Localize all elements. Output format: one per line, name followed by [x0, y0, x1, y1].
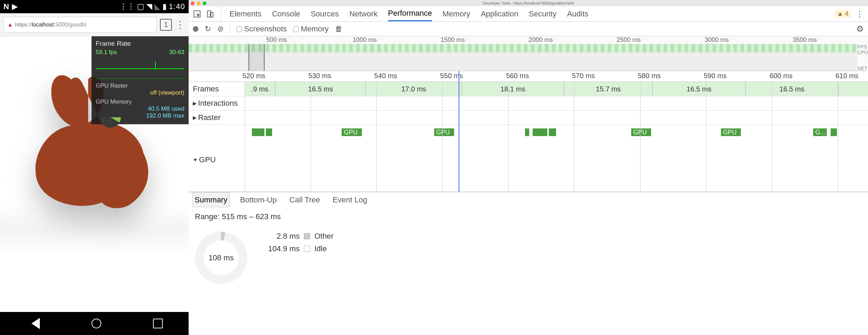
- devtools-tabbar: ElementsConsoleSourcesNetworkPerformance…: [189, 6, 868, 22]
- legend-row: 104.9 msIdle: [261, 244, 334, 253]
- time-ruler: 520 ms530 ms540 ms550 ms560 ms570 ms580 …: [189, 71, 868, 82]
- ruler-tick: 540 ms: [374, 72, 397, 80]
- gpu-block[interactable]: [525, 128, 529, 136]
- frame-segment[interactable]: .9 ms: [245, 82, 276, 96]
- frames-section: Frames .9 ms16.5 ms17.0 ms18.1 ms15.7 ms…: [189, 82, 868, 96]
- overview-tick: 3500 ms: [793, 36, 817, 44]
- vibrate-icon: ▢: [137, 2, 144, 11]
- detail-tab-event-log[interactable]: Event Log: [330, 192, 370, 207]
- android-statusbar: N ▶ ⋮⋮ ▢ ◥ ◣ ▮ 1:40: [0, 0, 189, 13]
- tab-sources[interactable]: Sources: [311, 6, 339, 21]
- gpu-section[interactable]: ▼GPU GPUGPUGPUGPUG...: [189, 125, 868, 192]
- gpu-block[interactable]: [533, 128, 548, 136]
- flamechart[interactable]: 520 ms530 ms540 ms550 ms560 ms570 ms580 …: [189, 71, 868, 192]
- legend-row: 2.8 msOther: [261, 232, 334, 241]
- home-button[interactable]: [92, 319, 101, 328]
- tab-memory[interactable]: Memory: [443, 6, 470, 21]
- devtools-menu-icon[interactable]: ⋮: [855, 9, 864, 19]
- overview-selection[interactable]: [248, 44, 265, 71]
- gpu-block[interactable]: [831, 128, 837, 136]
- gpu-track[interactable]: GPUGPUGPUGPUG...: [245, 125, 868, 192]
- lane-fps: FPS: [858, 44, 868, 50]
- gpu-mem-max: 192.0 MB max: [146, 112, 184, 119]
- raster-section[interactable]: ▶Raster: [189, 110, 868, 125]
- summary-panel: Range: 515 ms – 623 ms 108 ms 2.8 msOthe…: [189, 207, 868, 289]
- ruler-tick: 580 ms: [638, 72, 661, 80]
- minimize-window-icon[interactable]: [197, 1, 200, 5]
- frames-track[interactable]: .9 ms16.5 ms17.0 ms18.1 ms15.7 ms16.5 ms…: [245, 82, 868, 96]
- playhead[interactable]: [459, 71, 459, 192]
- zoom-window-icon[interactable]: [203, 1, 206, 5]
- clear-button[interactable]: ⊘: [217, 24, 224, 34]
- range-text: Range: 515 ms – 623 ms: [195, 212, 862, 221]
- ruler-tick: 550 ms: [440, 72, 463, 80]
- detail-tab-call-tree[interactable]: Call Tree: [287, 192, 322, 207]
- gpu-memory-label: GPU Memory: [96, 98, 132, 105]
- screenshots-checkbox[interactable]: Screenshots: [236, 24, 287, 34]
- memory-checkbox[interactable]: Memory: [293, 24, 328, 34]
- page-viewport: Frame Rate 59.1 fps 30-63 GPU Raster off…: [0, 36, 189, 312]
- detail-tab-summary[interactable]: Summary: [192, 192, 230, 207]
- android-navbar: [0, 312, 189, 335]
- devtools-window: Developer Tools - https://localhost:5000…: [189, 0, 868, 335]
- ruler-tick: 590 ms: [704, 72, 727, 80]
- gpu-block[interactable]: [266, 128, 272, 136]
- tab-switcher[interactable]: 1: [160, 19, 172, 31]
- detail-tab-bottom-up[interactable]: Bottom-Up: [238, 192, 279, 207]
- gpu-block[interactable]: G...: [813, 128, 827, 136]
- tab-network[interactable]: Network: [349, 6, 378, 21]
- window-titlebar: Developer Tools - https://localhost:5000…: [189, 0, 868, 6]
- gpu-raster-label: GPU Raster: [96, 82, 128, 89]
- tab-console[interactable]: Console: [272, 6, 300, 21]
- gpu-block[interactable]: GPU: [434, 128, 454, 136]
- overview-tick: 2000 ms: [528, 36, 553, 44]
- ruler-tick: 560 ms: [506, 72, 529, 80]
- clock: 1:40: [169, 2, 185, 11]
- back-button[interactable]: [26, 318, 40, 329]
- url-input[interactable]: ▲ https://localhost:5000/goodbl: [3, 17, 156, 33]
- overview-tick: 1500 ms: [440, 36, 465, 44]
- ruler-tick: 610 ms: [836, 72, 859, 80]
- ruler-tick: 570 ms: [572, 72, 595, 80]
- interactions-section[interactable]: ▶Interactions: [189, 96, 868, 110]
- frames-label: Frames: [193, 84, 219, 94]
- gpu-block[interactable]: [252, 128, 264, 136]
- trash-icon[interactable]: 🗑: [335, 24, 343, 34]
- frame-segment[interactable]: 16.5 ms: [653, 82, 746, 96]
- frame-segment[interactable]: 16.5 ms: [276, 82, 366, 96]
- tab-audits[interactable]: Audits: [567, 6, 588, 21]
- tab-elements[interactable]: Elements: [229, 6, 262, 21]
- recents-button[interactable]: [153, 319, 163, 328]
- gpu-block[interactable]: GPU: [721, 128, 741, 136]
- perf-settings-icon[interactable]: ⚙: [856, 24, 864, 34]
- gpu-block[interactable]: GPU: [342, 128, 362, 136]
- wifi-icon: ◥: [146, 2, 152, 11]
- frame-segment[interactable]: 17.0 ms: [366, 82, 462, 96]
- timeline-overview[interactable]: 500 ms1000 ms1500 ms2000 ms2500 ms3000 m…: [189, 36, 868, 71]
- inspect-element-icon[interactable]: [193, 10, 201, 18]
- insecure-warning-icon: ▲: [7, 22, 13, 28]
- framerate-title: Frame Rate: [96, 40, 184, 47]
- ruler-tick: 520 ms: [242, 72, 265, 80]
- tab-application[interactable]: Application: [481, 6, 518, 21]
- device-toolbar-icon[interactable]: [206, 10, 214, 18]
- frame-segment[interactable]: 18.1 ms: [462, 82, 564, 96]
- gpu-block[interactable]: [549, 128, 556, 136]
- tab-performance[interactable]: Performance: [388, 6, 432, 21]
- play-icon: ▶: [12, 2, 18, 11]
- tab-security[interactable]: Security: [529, 6, 556, 21]
- window-title: Developer Tools - https://localhost:5000…: [483, 1, 574, 5]
- reload-button[interactable]: ↻: [205, 24, 211, 34]
- frame-segment[interactable]: 16.5 ms: [746, 82, 839, 96]
- detail-tabs: SummaryBottom-UpCall TreeEvent Log: [189, 192, 868, 207]
- warnings-badge[interactable]: ▲ 4: [835, 10, 851, 17]
- chrome-urlbar: ▲ https://localhost:5000/goodbl 1 ⋮: [0, 13, 189, 36]
- ruler-tick: 600 ms: [769, 72, 793, 80]
- fps-graph: [96, 58, 184, 79]
- close-window-icon[interactable]: [191, 1, 195, 5]
- record-button[interactable]: [193, 26, 198, 32]
- chrome-menu-icon[interactable]: ⋮: [175, 19, 185, 30]
- gpu-block[interactable]: GPU: [631, 128, 651, 136]
- perf-toolbar: ↻ ⊘ Screenshots Memory 🗑 ⚙: [189, 22, 868, 36]
- url-proto: https: [15, 22, 27, 28]
